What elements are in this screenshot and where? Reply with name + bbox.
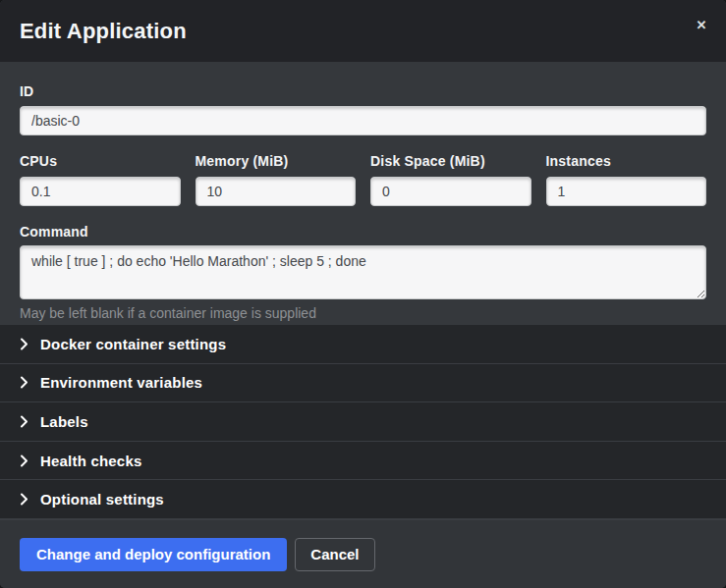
accordion-sections: Docker container settings Environment va… bbox=[0, 325, 726, 519]
memory-input[interactable] bbox=[195, 177, 357, 206]
section-label: Labels bbox=[40, 413, 88, 430]
modal-header: Edit Application ✕ bbox=[0, 0, 726, 62]
command-textarea[interactable]: while [ true ] ; do echo 'Hello Marathon… bbox=[20, 245, 706, 299]
instances-label: Instances bbox=[546, 153, 707, 169]
chevron-right-icon bbox=[20, 376, 28, 389]
chevron-right-icon bbox=[20, 493, 28, 506]
id-input[interactable] bbox=[20, 106, 706, 135]
section-docker-container-settings[interactable]: Docker container settings bbox=[0, 325, 726, 364]
section-environment-variables[interactable]: Environment variables bbox=[0, 364, 726, 403]
cpus-input[interactable] bbox=[20, 177, 181, 206]
section-label: Health checks bbox=[40, 453, 141, 469]
disk-input[interactable] bbox=[370, 177, 531, 206]
change-and-deploy-button[interactable]: Change and deploy configuration bbox=[20, 538, 287, 571]
disk-label: Disk Space (MiB) bbox=[370, 153, 531, 169]
section-health-checks[interactable]: Health checks bbox=[0, 442, 726, 481]
disk-field-group: Disk Space (MiB) bbox=[370, 153, 531, 206]
memory-label: Memory (MiB) bbox=[195, 153, 357, 169]
edit-application-modal: Edit Application ✕ ID CPUs Memory (MiB) … bbox=[0, 0, 726, 588]
id-field-group: ID bbox=[20, 83, 706, 135]
instances-input[interactable] bbox=[546, 177, 707, 206]
command-label: Command bbox=[20, 224, 706, 240]
chevron-right-icon bbox=[20, 454, 28, 467]
section-labels[interactable]: Labels bbox=[0, 402, 726, 442]
chevron-right-icon bbox=[20, 415, 28, 428]
section-label: Environment variables bbox=[40, 374, 202, 391]
id-label: ID bbox=[20, 83, 706, 99]
section-label: Docker container settings bbox=[40, 336, 226, 352]
close-icon[interactable]: ✕ bbox=[691, 14, 712, 35]
modal-footer: Change and deploy configuration Cancel bbox=[0, 519, 726, 588]
command-help-text: May be left blank if a container image i… bbox=[20, 305, 706, 321]
cpus-label: CPUs bbox=[20, 153, 181, 169]
section-label: Optional settings bbox=[40, 491, 164, 508]
cpus-field-group: CPUs bbox=[20, 153, 181, 206]
command-field-group: Command while [ true ] ; do echo 'Hello … bbox=[20, 224, 706, 321]
cancel-button[interactable]: Cancel bbox=[295, 538, 374, 571]
chevron-right-icon bbox=[20, 338, 28, 350]
instances-field-group: Instances bbox=[546, 153, 707, 206]
memory-field-group: Memory (MiB) bbox=[195, 153, 357, 206]
section-optional-settings[interactable]: Optional settings bbox=[0, 480, 726, 519]
application-form: ID CPUs Memory (MiB) Disk Space (MiB) In… bbox=[0, 62, 726, 325]
resources-row: CPUs Memory (MiB) Disk Space (MiB) Insta… bbox=[20, 153, 706, 206]
modal-title: Edit Application bbox=[20, 19, 187, 44]
